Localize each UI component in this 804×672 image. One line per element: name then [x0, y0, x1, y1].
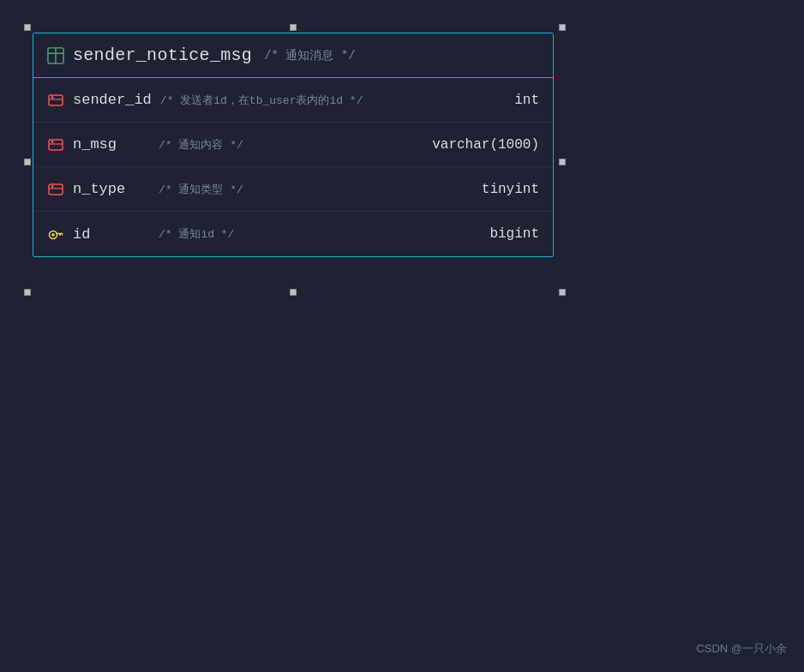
- field-type-n-type: tinyint: [436, 182, 539, 197]
- field-icon-n-type: [47, 181, 64, 198]
- field-comment-n-msg: /* 通知内容 */: [159, 137, 423, 153]
- field-name-sender-id: sender_id: [73, 92, 152, 108]
- handle-mid-left: [24, 159, 31, 165]
- table-icon: [47, 47, 64, 64]
- table-header: sender_notice_msg /* 通知消息 */: [33, 33, 553, 78]
- handle-bottom-mid: [290, 289, 297, 296]
- field-type-sender-id: int: [436, 93, 539, 108]
- handle-bottom-left: [24, 289, 31, 296]
- canvas: sender_notice_msg /* 通知消息 */ sender_id /…: [0, 0, 804, 672]
- field-comment-sender-id: /* 发送者id，在tb_user表内的id */: [160, 93, 428, 108]
- field-row-n-type[interactable]: n_type /* 通知类型 */ tinyint: [33, 167, 553, 212]
- field-row-n-msg[interactable]: n_msg /* 通知内容 */ varchar(1000): [33, 123, 553, 167]
- handle-bottom-right: [559, 289, 566, 296]
- handle-mid-right: [559, 159, 566, 165]
- svg-point-8: [51, 141, 54, 143]
- svg-point-5: [51, 96, 54, 99]
- field-name-n-type: n_type: [73, 181, 150, 197]
- field-name-n-msg: n_msg: [73, 136, 150, 153]
- watermark: CSDN @一只小余: [696, 641, 787, 657]
- field-icon-n-msg: [47, 136, 64, 153]
- handle-top-mid: [290, 24, 297, 31]
- handle-top-right: [559, 24, 566, 31]
- field-comment-n-type: /* 通知类型 */: [159, 182, 428, 197]
- field-row-id[interactable]: id /* 通知id */ bigint: [33, 212, 553, 256]
- field-row-sender-id[interactable]: sender_id /* 发送者id，在tb_user表内的id */ int: [33, 78, 553, 123]
- table-comment: /* 通知消息 */: [264, 48, 355, 63]
- svg-rect-3: [49, 95, 63, 105]
- svg-point-11: [51, 185, 54, 188]
- handle-top-left: [24, 24, 31, 31]
- field-icon-sender-id: [47, 92, 64, 109]
- svg-point-16: [51, 233, 55, 237]
- field-name-id: id: [73, 226, 150, 243]
- table-name: sender_notice_msg: [73, 45, 252, 65]
- svg-rect-6: [49, 140, 63, 150]
- field-type-id: bigint: [436, 226, 539, 242]
- field-icon-id: [47, 225, 64, 243]
- field-type-n-msg: varchar(1000): [432, 137, 539, 153]
- svg-rect-9: [49, 184, 63, 195]
- db-table-card[interactable]: sender_notice_msg /* 通知消息 */ sender_id /…: [33, 33, 554, 257]
- field-comment-id: /* 通知id */: [159, 226, 428, 242]
